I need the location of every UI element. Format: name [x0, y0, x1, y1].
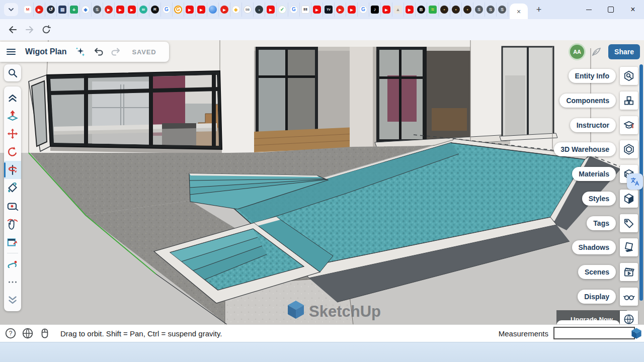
forward-button[interactable] [23, 23, 37, 37]
google-orange-favicon-tab[interactable]: G [173, 3, 184, 17]
help-button[interactable]: ? [4, 327, 17, 340]
orbit-tool[interactable] [4, 215, 21, 233]
document-title[interactable]: Wigot Plan [25, 47, 67, 56]
yt-favicon-tab[interactable]: ▶ [404, 3, 416, 17]
model-canvas[interactable]: SketchUp [0, 40, 644, 324]
close-button[interactable]: × [622, 0, 644, 19]
yt-favicon-tab[interactable]: ▶ [311, 3, 323, 17]
panel-tab-label[interactable]: Materials [572, 167, 616, 181]
sb-favicon-tab[interactable]: SB [242, 3, 254, 17]
coin-favicon-tab[interactable]: ● [450, 3, 462, 17]
share-button[interactable]: Share [608, 44, 640, 59]
more-tools-tool[interactable] [4, 273, 21, 291]
back-button[interactable] [5, 23, 19, 37]
teal-bi-favicon-tab[interactable]: BI [138, 3, 149, 17]
tags-panel-button[interactable] [620, 214, 638, 232]
sphere-blue-favicon-tab[interactable] [207, 3, 219, 17]
yt-favicon-tab[interactable]: ▶ [265, 3, 277, 17]
shadows-panel-button[interactable] [620, 238, 638, 256]
tape-measure-tool[interactable] [4, 197, 21, 215]
follow-me-tool[interactable] [4, 161, 21, 179]
paint-bucket-tool[interactable] [4, 179, 21, 197]
mouse-hints-button[interactable] [38, 327, 51, 340]
yt-circle-favicon-tab[interactable]: ▶ [335, 3, 346, 17]
yt-favicon-tab[interactable]: ▶ [126, 3, 138, 17]
close-icon[interactable]: × [517, 8, 521, 16]
redo-button[interactable] [107, 44, 123, 60]
google-favicon-tab[interactable]: G [288, 3, 300, 17]
yt-circle-favicon-tab[interactable]: ▶ [34, 3, 45, 17]
main-menu-button[interactable] [3, 44, 19, 60]
compass-favicon-tab[interactable]: ◆ [80, 3, 92, 17]
panel-tab-label[interactable]: Shadows [572, 240, 616, 254]
clapper-favicon-tab[interactable]: ▤ [57, 3, 68, 17]
yt-icon: ▶ [267, 6, 275, 14]
globe-dark-favicon-tab[interactable]: S [92, 3, 103, 17]
translate-button[interactable] [627, 173, 643, 190]
panel-tab-label[interactable]: Display [578, 290, 616, 304]
barcode-favicon-tab[interactable]: ‖‖ [300, 3, 311, 17]
rotate-tool[interactable] [4, 143, 21, 161]
expand-toolbar-tool[interactable] [4, 291, 21, 309]
spiral-favicon-tab[interactable]: ↺ [45, 3, 57, 17]
active-tab[interactable]: × [510, 4, 528, 19]
yt-favicon-tab[interactable]: ▶ [381, 3, 392, 17]
statue-favicon-tab[interactable]: ▲ [392, 3, 404, 17]
ai-assistant-button[interactable] [72, 44, 88, 60]
collapse-toolbar-tool[interactable] [4, 88, 21, 107]
scenes-panel-button[interactable] [620, 263, 638, 281]
panel-tab-label[interactable]: Entity Info [569, 69, 616, 83]
walk-tool[interactable] [4, 255, 21, 273]
b-dark-favicon-tab[interactable]: B [416, 3, 427, 17]
globe-dark-favicon-tab[interactable]: S [497, 3, 508, 17]
search-tool-button[interactable] [4, 64, 21, 81]
panel-tab-label[interactable]: Components [559, 94, 616, 108]
panel-tab-label[interactable]: Scenes [578, 265, 616, 279]
bookmark-dark-favicon-tab[interactable]: R [149, 3, 161, 17]
tradingview-favicon-tab[interactable]: TV [323, 3, 335, 17]
yt-circle-favicon-tab[interactable]: ▶ [219, 3, 230, 17]
minimize-button[interactable] [578, 0, 600, 19]
reload-button[interactable] [39, 23, 53, 37]
push-pull-tool[interactable] [4, 107, 21, 125]
3d-warehouse-panel-button[interactable] [620, 140, 638, 158]
google-favicon-tab[interactable]: G [358, 3, 369, 17]
globe-dark-favicon-tab[interactable]: S [485, 3, 497, 17]
coin-favicon-tab[interactable]: ● [439, 3, 450, 17]
components-panel-button[interactable] [620, 92, 638, 110]
entity-info-panel-button[interactable] [620, 67, 638, 85]
undo-button[interactable] [91, 44, 107, 60]
gmail-favicon-tab[interactable]: M [22, 3, 34, 17]
panel-tab-label[interactable]: Tags [587, 216, 616, 230]
measurements-input[interactable] [553, 327, 635, 339]
globe-dark-favicon-tab[interactable]: S [473, 3, 485, 17]
new-tab-button[interactable]: + [532, 3, 545, 16]
move-tool[interactable] [4, 125, 21, 143]
yt-circle-favicon-tab[interactable]: ▶ [103, 3, 115, 17]
tab-search-button[interactable] [4, 3, 18, 16]
display-panel-button[interactable] [620, 288, 638, 306]
bird-green-favicon-tab[interactable]: ≈ [427, 3, 439, 17]
sheets-favicon-tab[interactable]: + [68, 3, 80, 17]
yt-favicon-tab[interactable]: ▶ [346, 3, 358, 17]
avatar[interactable]: AA [570, 45, 584, 59]
compass-yellow-favicon-tab[interactable]: ◆ [230, 3, 242, 17]
maximize-button[interactable] [600, 0, 622, 19]
cam-dark-favicon-tab[interactable]: ● [254, 3, 265, 17]
geolocation-panel-button[interactable] [620, 311, 638, 324]
feather-icon[interactable] [591, 46, 602, 57]
yt-favicon-tab[interactable]: ▶ [184, 3, 196, 17]
coin-favicon-tab[interactable]: ● [462, 3, 473, 17]
instructor-panel-button[interactable] [620, 116, 638, 134]
check-green-favicon-tab[interactable]: ✓ [277, 3, 288, 17]
yt-favicon-tab[interactable]: ▶ [115, 3, 126, 17]
panel-tab-label[interactable]: Styles [582, 192, 616, 206]
google-favicon-tab[interactable]: G [161, 3, 173, 17]
yt-favicon-tab[interactable]: ▶ [196, 3, 207, 17]
tiktok-favicon-tab[interactable]: ♪ [369, 3, 381, 17]
styles-panel-button[interactable] [620, 190, 638, 208]
section-plane-tool[interactable] [4, 233, 21, 251]
panel-tab-label[interactable]: Instructor [570, 118, 616, 132]
panel-tab-label[interactable]: 3D Warehouse [554, 142, 616, 156]
language-button[interactable] [21, 327, 34, 340]
